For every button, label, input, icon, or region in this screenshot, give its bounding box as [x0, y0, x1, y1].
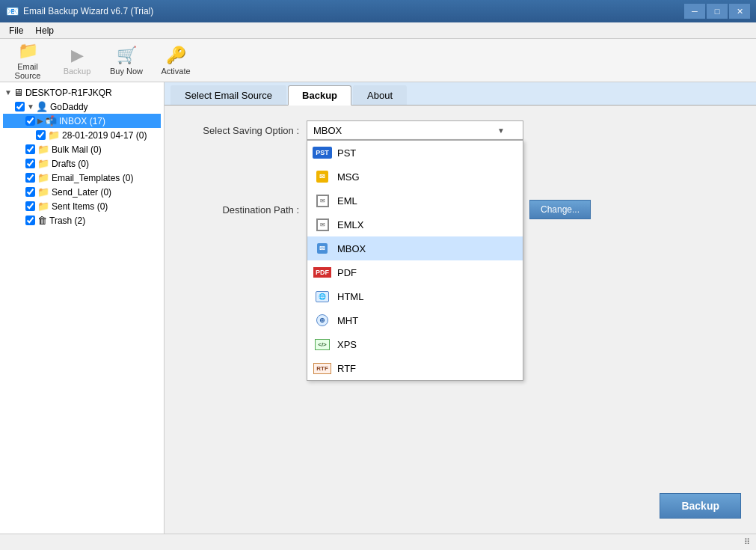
- html-icon: 🌐: [313, 287, 331, 305]
- tree-item-bulkmail[interactable]: 📁 Bulk Mail (0): [3, 142, 161, 156]
- buy-now-button[interactable]: 🛒 Buy Now: [105, 42, 148, 79]
- tree-label-date: 28-01-2019 04-17 (0): [62, 130, 147, 141]
- dropdown-option-emlx[interactable]: ✉ EMLX: [307, 213, 523, 236]
- eml-label: EML: [337, 195, 357, 207]
- activate-icon: 🔑: [166, 46, 186, 65]
- dropdown-option-pst[interactable]: PST PST: [307, 141, 523, 165]
- tree-item-sendlater[interactable]: 📁 Send_Later (0): [3, 185, 161, 199]
- dropdown-option-eml[interactable]: ✉ EML: [307, 189, 523, 213]
- dropdown-selected-value: MBOX: [313, 125, 342, 136]
- dropdown-option-msg[interactable]: ✉ MSG: [307, 165, 523, 189]
- cb-sendlater[interactable]: [25, 187, 35, 197]
- menu-help[interactable]: Help: [29, 24, 60, 37]
- tree-label-drafts: Drafts (0): [52, 159, 89, 169]
- cb-drafts[interactable]: [25, 159, 35, 168]
- tree-label-desktop: DESKTOP-R1FJKQR: [25, 88, 112, 98]
- html-label: HTML: [337, 291, 363, 302]
- rtf-label: RTF: [337, 363, 356, 374]
- pst-label: PST: [337, 147, 356, 159]
- dropdown-list: PST PST ✉ MSG: [307, 140, 523, 381]
- cb-templates[interactable]: [25, 173, 35, 183]
- email-source-label: Email Source: [6, 62, 49, 80]
- folder-icon-sentitems: 📁: [37, 201, 49, 212]
- cb-sentitems[interactable]: [25, 201, 35, 211]
- msg-label: MSG: [337, 171, 360, 183]
- tree-label-bulkmail: Bulk Mail (0): [52, 144, 102, 155]
- folder-icon-trash: 🗑: [37, 215, 47, 226]
- close-button[interactable]: ✕: [729, 4, 750, 19]
- tab-backup[interactable]: Backup: [288, 85, 351, 106]
- expand-inbox[interactable]: ▶: [37, 117, 43, 125]
- tab-select-email-source[interactable]: Select Email Source: [170, 85, 286, 105]
- activate-button[interactable]: 🔑 Activate: [154, 42, 197, 79]
- mht-icon: ⊕: [313, 311, 331, 329]
- eml-icon: ✉: [313, 192, 331, 210]
- folder-icon-drafts: 📁: [37, 158, 49, 169]
- expand-desktop[interactable]: ▼: [4, 88, 12, 97]
- tree-item-templates[interactable]: 📁 Email_Templates (0): [3, 171, 161, 185]
- folder-icon-bulkmail: 📁: [37, 144, 49, 155]
- account-icon: 👤: [36, 101, 48, 112]
- dropdown-option-xps[interactable]: </> XPS: [307, 332, 523, 356]
- tree-label-sentitems: Sent Items (0): [52, 201, 108, 212]
- maximize-button[interactable]: □: [707, 4, 728, 19]
- menubar: File Help: [0, 22, 756, 39]
- tab-content: Select Saving Option : MBOX ▼ PST PST: [165, 106, 756, 534]
- app-icon: 📧: [6, 5, 19, 17]
- dropdown-option-mht[interactable]: ⊕ MHT: [307, 308, 523, 332]
- buy-now-icon: 🛒: [117, 46, 137, 65]
- cb-inbox[interactable]: [25, 116, 35, 126]
- pst-icon: PST: [313, 144, 331, 162]
- dropdown-option-html[interactable]: 🌐 HTML: [307, 284, 523, 308]
- email-source-button[interactable]: 📁 Email Source: [6, 42, 49, 79]
- cb-trash[interactable]: [25, 216, 35, 225]
- main-area: ▼ 🖥 DESKTOP-R1FJKQR ▼ 👤 GoDaddy ▶ 📬 INBO…: [0, 82, 756, 534]
- pdf-icon: PDF: [313, 263, 331, 281]
- titlebar: 📧 Email Backup Wizard v6.7 (Trial) ─ □ ✕: [0, 0, 756, 22]
- backup-button[interactable]: Backup: [660, 493, 741, 519]
- tree-item-godaddy[interactable]: ▼ 👤 GoDaddy: [3, 100, 161, 114]
- statusbar-text: ⠿: [744, 537, 750, 547]
- backup-toolbar-button[interactable]: ▶ Backup: [55, 42, 99, 79]
- change-button[interactable]: Change...: [529, 200, 591, 219]
- tree-item-trash[interactable]: 🗑 Trash (2): [3, 213, 161, 227]
- mht-label: MHT: [337, 315, 358, 326]
- expand-godaddy[interactable]: ▼: [27, 103, 34, 111]
- dropdown-option-rtf[interactable]: RTF RTF: [307, 356, 523, 380]
- tree-label-trash: Trash (2): [49, 216, 85, 226]
- mbox-label: MBOX: [337, 243, 366, 254]
- dropdown-option-pdf[interactable]: PDF PDF: [307, 260, 523, 284]
- tree-item-date[interactable]: 📁 28-01-2019 04-17 (0): [3, 128, 161, 142]
- cb-date[interactable]: [36, 130, 46, 140]
- dropdown-option-mbox[interactable]: ✉ MBOX: [307, 236, 523, 260]
- statusbar: ⠿: [0, 534, 756, 550]
- tree-label-godaddy: GoDaddy: [50, 102, 88, 112]
- window-controls: ─ □ ✕: [684, 4, 750, 19]
- mbox-icon: ✉: [313, 239, 331, 257]
- folder-icon-sendlater: 📁: [37, 186, 49, 198]
- folder-tree: ▼ 🖥 DESKTOP-R1FJKQR ▼ 👤 GoDaddy ▶ 📬 INBO…: [0, 82, 165, 534]
- activate-label: Activate: [161, 67, 190, 76]
- tree-item-desktop[interactable]: ▼ 🖥 DESKTOP-R1FJKQR: [3, 85, 161, 100]
- minimize-button[interactable]: ─: [684, 4, 705, 19]
- tab-about[interactable]: About: [353, 85, 407, 105]
- msg-icon: ✉: [313, 168, 331, 186]
- saving-option-dropdown: MBOX ▼ PST PST: [307, 120, 523, 140]
- pdf-label: PDF: [337, 267, 357, 278]
- title-text: Email Backup Wizard v6.7 (Trial): [23, 6, 684, 16]
- toolbar: 📁 Email Source ▶ Backup 🛒 Buy Now 🔑 Acti…: [0, 39, 756, 82]
- dropdown-selected[interactable]: MBOX ▼: [307, 120, 523, 140]
- tree-item-sentitems[interactable]: 📁 Sent Items (0): [3, 199, 161, 213]
- tree-item-inbox[interactable]: ▶ 📬 INBOX (17): [3, 114, 161, 128]
- saving-option-row: Select Saving Option : MBOX ▼ PST PST: [179, 120, 741, 140]
- rtf-icon: RTF: [313, 359, 331, 377]
- backup-icon: ▶: [71, 46, 84, 65]
- menu-file[interactable]: File: [3, 24, 29, 37]
- cb-bulkmail[interactable]: [25, 144, 35, 154]
- tree-item-drafts[interactable]: 📁 Drafts (0): [3, 156, 161, 171]
- xps-icon: </>: [313, 335, 331, 353]
- cb-godaddy[interactable]: [15, 102, 25, 111]
- emlx-icon: ✉: [313, 216, 331, 233]
- inbox-icon: 📬: [45, 115, 57, 126]
- computer-icon: 🖥: [13, 87, 23, 98]
